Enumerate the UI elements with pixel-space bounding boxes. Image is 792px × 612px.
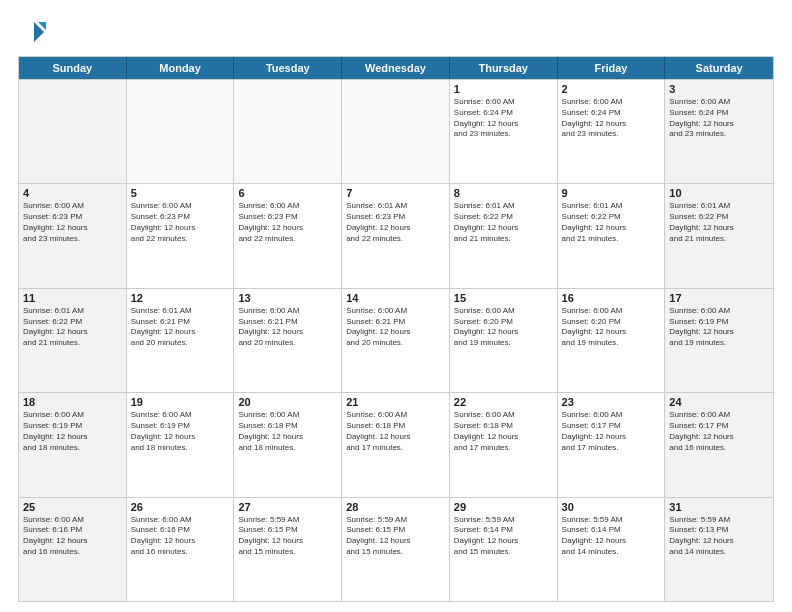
calendar-cell-30: 30Sunrise: 5:59 AMSunset: 6:14 PMDayligh… — [558, 498, 666, 601]
day-number: 30 — [562, 501, 661, 513]
cell-info-line: Daylight: 12 hours — [23, 536, 122, 547]
cell-info-line: and 18 minutes. — [23, 443, 122, 454]
cell-info-line: and 22 minutes. — [238, 234, 337, 245]
calendar-cell-8: 8Sunrise: 6:01 AMSunset: 6:22 PMDaylight… — [450, 184, 558, 287]
cell-info-line: Sunset: 6:21 PM — [131, 317, 230, 328]
cell-info-line: Daylight: 12 hours — [562, 432, 661, 443]
calendar-cell-12: 12Sunrise: 6:01 AMSunset: 6:21 PMDayligh… — [127, 289, 235, 392]
day-header-monday: Monday — [127, 57, 235, 79]
calendar-cell-2: 2Sunrise: 6:00 AMSunset: 6:24 PMDaylight… — [558, 80, 666, 183]
cell-info-line: and 15 minutes. — [346, 547, 445, 558]
day-number: 26 — [131, 501, 230, 513]
cell-info-line: Sunset: 6:22 PM — [669, 212, 769, 223]
logo-icon — [18, 18, 46, 46]
cell-info-line: Daylight: 12 hours — [23, 327, 122, 338]
day-number: 6 — [238, 187, 337, 199]
calendar-cell-7: 7Sunrise: 6:01 AMSunset: 6:23 PMDaylight… — [342, 184, 450, 287]
cell-info-line: Sunset: 6:16 PM — [131, 525, 230, 536]
cell-info-line: Sunrise: 5:59 AM — [454, 515, 553, 526]
cell-info-line: Sunrise: 6:01 AM — [23, 306, 122, 317]
cell-info-line: Daylight: 12 hours — [562, 119, 661, 130]
calendar-row-2: 4Sunrise: 6:00 AMSunset: 6:23 PMDaylight… — [19, 183, 773, 287]
day-number: 3 — [669, 83, 769, 95]
cell-info-line: Sunset: 6:18 PM — [454, 421, 553, 432]
cell-info-line: Sunset: 6:19 PM — [23, 421, 122, 432]
day-number: 8 — [454, 187, 553, 199]
cell-info-line: Sunset: 6:23 PM — [23, 212, 122, 223]
day-header-wednesday: Wednesday — [342, 57, 450, 79]
calendar-cell-21: 21Sunrise: 6:00 AMSunset: 6:18 PMDayligh… — [342, 393, 450, 496]
day-number: 28 — [346, 501, 445, 513]
cell-info-line: and 19 minutes. — [454, 338, 553, 349]
cell-info-line: Sunrise: 6:01 AM — [454, 201, 553, 212]
day-number: 12 — [131, 292, 230, 304]
day-number: 11 — [23, 292, 122, 304]
calendar-cell-19: 19Sunrise: 6:00 AMSunset: 6:19 PMDayligh… — [127, 393, 235, 496]
cell-info-line: Sunrise: 6:00 AM — [23, 201, 122, 212]
day-number: 4 — [23, 187, 122, 199]
cell-info-line: Sunset: 6:24 PM — [454, 108, 553, 119]
cell-info-line: Daylight: 12 hours — [131, 432, 230, 443]
cell-info-line: and 18 minutes. — [131, 443, 230, 454]
cell-info-line: Sunrise: 6:00 AM — [238, 410, 337, 421]
cell-info-line: Sunset: 6:19 PM — [669, 317, 769, 328]
cell-info-line: Sunset: 6:18 PM — [238, 421, 337, 432]
cell-info-line: Sunrise: 6:00 AM — [454, 97, 553, 108]
cell-info-line: Sunset: 6:17 PM — [562, 421, 661, 432]
calendar-cell-1: 1Sunrise: 6:00 AMSunset: 6:24 PMDaylight… — [450, 80, 558, 183]
cell-info-line: and 21 minutes. — [23, 338, 122, 349]
calendar-cell-24: 24Sunrise: 6:00 AMSunset: 6:17 PMDayligh… — [665, 393, 773, 496]
cell-info-line: Sunrise: 6:00 AM — [562, 97, 661, 108]
cell-info-line: and 19 minutes. — [669, 338, 769, 349]
cell-info-line: Sunrise: 6:00 AM — [346, 306, 445, 317]
cell-info-line: Daylight: 12 hours — [131, 536, 230, 547]
cell-info-line: Sunrise: 5:59 AM — [669, 515, 769, 526]
calendar-cell-9: 9Sunrise: 6:01 AMSunset: 6:22 PMDaylight… — [558, 184, 666, 287]
day-number: 18 — [23, 396, 122, 408]
cell-info-line: Sunset: 6:20 PM — [454, 317, 553, 328]
cell-info-line: Sunrise: 6:00 AM — [346, 410, 445, 421]
cell-info-line: Daylight: 12 hours — [238, 327, 337, 338]
cell-info-line: Sunrise: 6:00 AM — [131, 515, 230, 526]
cell-info-line: and 14 minutes. — [669, 547, 769, 558]
cell-info-line: Sunset: 6:13 PM — [669, 525, 769, 536]
day-number: 1 — [454, 83, 553, 95]
day-number: 7 — [346, 187, 445, 199]
cell-info-line: and 23 minutes. — [454, 129, 553, 140]
cell-info-line: Daylight: 12 hours — [131, 327, 230, 338]
calendar-cell-15: 15Sunrise: 6:00 AMSunset: 6:20 PMDayligh… — [450, 289, 558, 392]
cell-info-line: Daylight: 12 hours — [454, 119, 553, 130]
cell-info-line: Sunset: 6:14 PM — [562, 525, 661, 536]
cell-info-line: Daylight: 12 hours — [346, 223, 445, 234]
cell-info-line: Sunrise: 6:00 AM — [23, 515, 122, 526]
cell-info-line: Sunset: 6:24 PM — [669, 108, 769, 119]
cell-info-line: Sunrise: 6:01 AM — [669, 201, 769, 212]
calendar-body: 1Sunrise: 6:00 AMSunset: 6:24 PMDaylight… — [19, 79, 773, 601]
calendar-cell-16: 16Sunrise: 6:00 AMSunset: 6:20 PMDayligh… — [558, 289, 666, 392]
cell-info-line: Sunrise: 5:59 AM — [238, 515, 337, 526]
day-number: 22 — [454, 396, 553, 408]
cell-info-line: Sunrise: 6:00 AM — [669, 306, 769, 317]
day-header-friday: Friday — [558, 57, 666, 79]
cell-info-line: Daylight: 12 hours — [238, 223, 337, 234]
cell-info-line: Sunset: 6:16 PM — [23, 525, 122, 536]
cell-info-line: Sunrise: 6:01 AM — [346, 201, 445, 212]
cell-info-line: and 17 minutes. — [454, 443, 553, 454]
calendar-row-3: 11Sunrise: 6:01 AMSunset: 6:22 PMDayligh… — [19, 288, 773, 392]
calendar-cell-29: 29Sunrise: 5:59 AMSunset: 6:14 PMDayligh… — [450, 498, 558, 601]
page-header — [18, 18, 774, 46]
calendar-row-1: 1Sunrise: 6:00 AMSunset: 6:24 PMDaylight… — [19, 79, 773, 183]
day-number: 10 — [669, 187, 769, 199]
cell-info-line: and 23 minutes. — [669, 129, 769, 140]
calendar-cell-empty — [19, 80, 127, 183]
cell-info-line: and 17 minutes. — [346, 443, 445, 454]
cell-info-line: Daylight: 12 hours — [669, 536, 769, 547]
cell-info-line: Sunset: 6:21 PM — [238, 317, 337, 328]
cell-info-line: and 17 minutes. — [562, 443, 661, 454]
cell-info-line: Sunset: 6:24 PM — [562, 108, 661, 119]
day-number: 14 — [346, 292, 445, 304]
day-number: 15 — [454, 292, 553, 304]
calendar-cell-14: 14Sunrise: 6:00 AMSunset: 6:21 PMDayligh… — [342, 289, 450, 392]
cell-info-line: Sunrise: 5:59 AM — [562, 515, 661, 526]
day-number: 17 — [669, 292, 769, 304]
